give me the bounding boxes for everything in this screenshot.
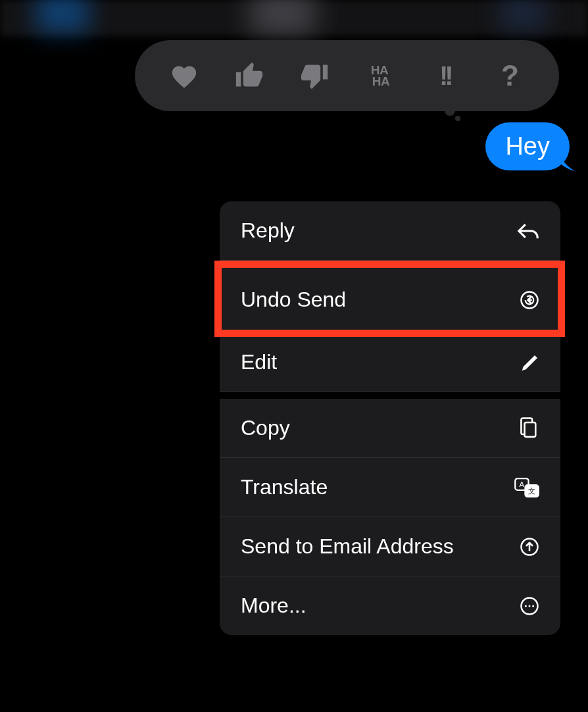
question-icon: ?: [501, 59, 519, 92]
message-text: Hey: [505, 132, 550, 160]
menu-label: Translate: [241, 475, 328, 499]
menu-label: Copy: [241, 416, 290, 440]
thumbs-up-icon: [235, 61, 264, 90]
svg-point-10: [525, 605, 527, 607]
copy-icon: [518, 417, 539, 440]
heart-icon: [170, 63, 199, 89]
menu-item-send-email[interactable]: Send to Email Address: [220, 517, 560, 576]
svg-point-0: [445, 105, 455, 116]
reaction-question[interactable]: ?: [490, 56, 529, 95]
menu-item-reply[interactable]: Reply: [220, 201, 560, 261]
bubble-tail: [560, 155, 576, 172]
svg-text:文: 文: [528, 486, 535, 494]
nav-right-glow: [500, 0, 546, 30]
thumbs-down-icon: [300, 61, 329, 90]
menu-item-edit[interactable]: Edit: [220, 333, 560, 392]
tapback-tail: [443, 105, 463, 125]
menu-label: Undo Send: [241, 288, 346, 312]
nav-center-glow: [250, 0, 316, 36]
menu-item-undo-send[interactable]: Undo Send: [220, 267, 560, 333]
menu-item-more[interactable]: More...: [220, 576, 560, 635]
menu-item-translate[interactable]: Translate A 文: [220, 458, 560, 517]
nav-back-glow: [36, 0, 89, 33]
reaction-thumbs-down[interactable]: [295, 56, 334, 95]
message-bubble-wrap: Hey: [485, 122, 570, 170]
reaction-thumbs-up[interactable]: [230, 56, 269, 95]
menu-label: Send to Email Address: [241, 534, 454, 559]
menu-separator: [220, 261, 560, 267]
menu-label: More...: [241, 594, 306, 618]
reply-arrow-icon: [517, 221, 539, 241]
sent-message-bubble[interactable]: Hey: [485, 122, 570, 170]
svg-point-11: [529, 605, 531, 607]
exclaim-icon: !!: [439, 61, 451, 91]
menu-item-copy[interactable]: Copy: [220, 399, 560, 458]
menu-label: Edit: [241, 350, 277, 374]
translate-icon: A 文: [514, 477, 539, 498]
context-menu: Reply Undo Send Edit: [220, 201, 560, 635]
haha-icon: HA HA: [370, 64, 389, 87]
menu-separator: [220, 392, 560, 399]
more-circle-icon: [520, 596, 539, 616]
arrow-up-circle-icon: [520, 537, 539, 557]
tapback-reaction-bar: HA HA !! ?: [135, 40, 559, 111]
svg-text:A: A: [520, 480, 525, 488]
reaction-heart[interactable]: [164, 56, 204, 95]
menu-label: Reply: [241, 218, 295, 243]
undo-icon: [520, 290, 539, 310]
svg-point-1: [455, 116, 460, 121]
pencil-icon: [521, 353, 539, 372]
reaction-haha[interactable]: HA HA: [360, 56, 399, 95]
svg-point-12: [532, 605, 534, 607]
svg-rect-3: [525, 422, 536, 437]
reaction-exclaim[interactable]: !!: [425, 56, 464, 95]
